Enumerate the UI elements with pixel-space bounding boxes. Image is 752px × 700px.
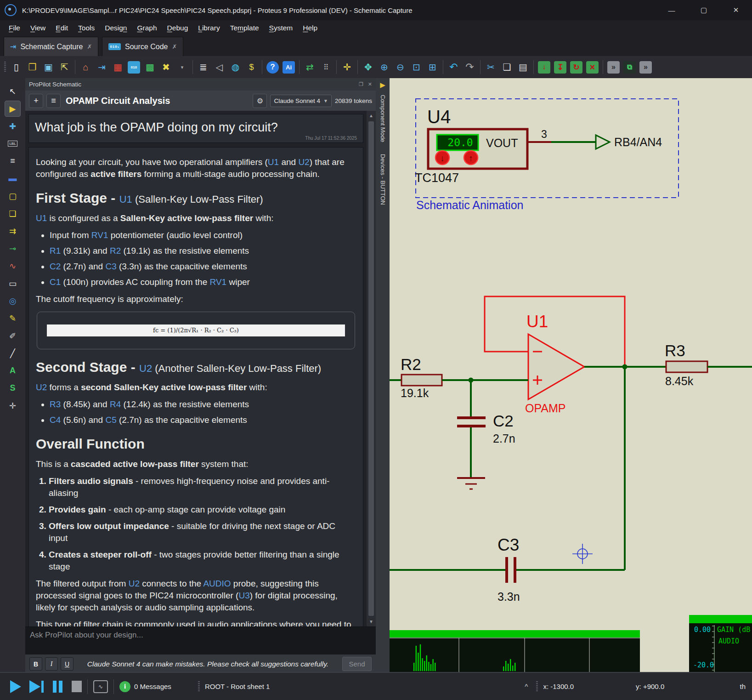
minimize-button[interactable]: —	[656, 0, 688, 20]
menu-design[interactable]: Design	[100, 22, 132, 34]
component-mode-icon[interactable]: ▶	[380, 81, 385, 89]
port-tool-icon[interactable]: ⇉	[5, 223, 20, 239]
temp-up-button[interactable]: ↑	[464, 151, 478, 165]
help-icon[interactable]: ?	[266, 61, 279, 74]
pause-button[interactable]	[53, 681, 62, 693]
zoom-in-icon[interactable]: ⊕	[376, 59, 392, 75]
spectrum-graph-window[interactable]	[390, 630, 640, 672]
voltage-probe-icon[interactable]: ✎	[5, 311, 20, 326]
inline-ref-link[interactable]: AUDIO	[203, 579, 231, 588]
2d-symbol-icon[interactable]: S	[5, 381, 20, 396]
zoom-sheet-icon[interactable]: ⊞	[424, 59, 441, 75]
3d-visualizer-icon[interactable]: ▩	[142, 59, 158, 75]
undo-icon[interactable]: ↶	[446, 59, 462, 75]
message-info-icon[interactable]: i	[119, 681, 130, 692]
schematic-pcb-link-icon[interactable]: ⧉	[623, 61, 636, 74]
tab-schematic-capture[interactable]: ⇥ Schematic Capture ✗	[4, 37, 98, 56]
save-project-icon[interactable]: ▣	[40, 59, 57, 75]
open-project-icon[interactable]: ❐	[24, 59, 40, 75]
scrollbar-thumb[interactable]	[368, 121, 374, 616]
menu-debug[interactable]: Debug	[162, 22, 193, 34]
step-button[interactable]	[29, 680, 44, 693]
vertical-tab-devices[interactable]: Devices - BUTTON	[379, 154, 386, 205]
inline-ref-link[interactable]: R3	[50, 399, 61, 409]
chat-scrollbar[interactable]: ▲ ▼	[367, 111, 376, 626]
chat-scroll-area[interactable]: What job is the OPAMP doing on my circui…	[25, 111, 376, 626]
inline-ref-link[interactable]: U2	[139, 363, 152, 374]
component-mode-icon[interactable]: ▶	[5, 101, 20, 116]
inline-ref-link[interactable]: R2	[110, 246, 121, 256]
home-page-icon[interactable]: ⌂	[78, 59, 94, 75]
menu-system[interactable]: System	[264, 22, 298, 34]
copy-to-sheet-icon[interactable]: ↓	[538, 61, 550, 74]
scroll-up-icon[interactable]: ▲	[369, 111, 373, 120]
gain-graph-window[interactable]: 0.00 GAIN (dB AUDIO -20.0	[689, 615, 752, 672]
simulation-log-icon[interactable]: ∿	[93, 680, 108, 693]
tab-source-code[interactable]: 010₁ Source Code ✗	[102, 37, 183, 56]
tape-recorder-icon[interactable]: ▭	[5, 276, 20, 291]
ai-assistant-icon[interactable]: Ai	[283, 61, 295, 74]
terminal-mode-icon[interactable]: ⊸	[5, 241, 20, 256]
more-tools-overflow-icon[interactable]: »	[639, 61, 652, 74]
current-probe-icon[interactable]: ✐	[5, 328, 20, 343]
gear-icon[interactable]: ⚙	[253, 94, 267, 108]
maximize-button[interactable]: ▢	[688, 0, 720, 20]
design-explorer-icon[interactable]: ≣	[195, 59, 211, 75]
zoom-extents-dropdown-icon[interactable]: ▾	[174, 59, 190, 75]
redo-icon[interactable]: ↷	[462, 59, 478, 75]
selection-pointer-icon[interactable]: ↖	[5, 84, 20, 99]
scroll-down-icon[interactable]: ▼	[369, 617, 373, 626]
bill-of-materials-icon[interactable]: $	[243, 59, 260, 75]
menu-edit[interactable]: Edit	[51, 22, 73, 34]
pan-tool-icon[interactable]: ✥	[360, 59, 376, 75]
source-code-icon[interactable]: 010	[128, 61, 140, 74]
inline-ref-link[interactable]: U2	[298, 157, 309, 167]
inline-ref-link[interactable]: U1	[36, 213, 47, 223]
device-pin-icon[interactable]: ❏	[5, 206, 20, 221]
menu-view[interactable]: View	[25, 22, 51, 34]
float-panel-icon[interactable]: ❐	[359, 81, 363, 87]
generator-mode-icon[interactable]: ◎	[5, 293, 20, 308]
import-project-icon[interactable]: ⇱	[57, 59, 73, 75]
schematic-canvas[interactable]: U4 20.0 VOUT ↓ ↑ 3	[390, 78, 752, 672]
inline-ref-link[interactable]: U2	[36, 382, 47, 392]
inline-ref-link[interactable]: RV1	[210, 277, 227, 287]
2d-text-icon[interactable]: A	[5, 363, 20, 378]
inline-ref-link[interactable]: RV1	[91, 230, 108, 240]
paste-icon[interactable]: ▤	[515, 59, 531, 75]
schematic-capture-icon[interactable]: ⇥	[94, 59, 110, 75]
graph-titlebar[interactable]	[390, 630, 640, 637]
copy-icon[interactable]: ❏	[499, 59, 515, 75]
zoom-extents-icon[interactable]: ✖	[158, 59, 174, 75]
refresh-netlist-icon[interactable]: ⇄	[302, 59, 318, 75]
inline-ref-link[interactable]: U1	[119, 193, 132, 205]
tab-pin-icon[interactable]: ✗	[172, 43, 177, 50]
close-button[interactable]: ✕	[720, 0, 752, 20]
inline-ref-link[interactable]: C5	[105, 415, 116, 425]
cut-icon[interactable]: ✂	[483, 59, 499, 75]
chat-menu-button[interactable]: ≡	[46, 94, 61, 108]
statusbar-caret[interactable]: ^	[525, 683, 528, 690]
menu-tools[interactable]: Tools	[73, 22, 100, 34]
close-panel-icon[interactable]: ✕	[368, 81, 372, 87]
delete-selection-icon[interactable]: ×	[586, 61, 599, 74]
bus-tool-icon[interactable]: ▬	[5, 171, 20, 186]
tab-pin-icon[interactable]: ✗	[87, 43, 92, 50]
new-project-icon[interactable]: ▯	[8, 59, 24, 75]
menu-template[interactable]: Template	[225, 22, 264, 34]
bold-button[interactable]: B	[29, 657, 42, 671]
zoom-out-icon[interactable]: ⊖	[392, 59, 408, 75]
pcb-layout-icon[interactable]: ▦	[110, 59, 126, 75]
inline-ref-link[interactable]: C4	[50, 415, 61, 425]
vertical-tab-component-mode[interactable]: Component Mode	[379, 95, 386, 142]
web-search-icon[interactable]: ◍	[227, 59, 243, 75]
inline-ref-link[interactable]: C2	[50, 262, 61, 271]
more-tools-icon[interactable]: »	[607, 61, 620, 74]
inline-ref-link[interactable]: R1	[50, 246, 61, 256]
rotate-selection-icon[interactable]: ↻	[570, 61, 582, 74]
navigate-view-icon[interactable]: ◁	[211, 59, 227, 75]
inline-ref-link[interactable]: U3	[238, 591, 249, 600]
wire-label-icon[interactable]: LBL	[5, 136, 20, 151]
junction-dot-icon[interactable]: ✚	[5, 119, 20, 134]
menu-library[interactable]: Library	[193, 22, 225, 34]
